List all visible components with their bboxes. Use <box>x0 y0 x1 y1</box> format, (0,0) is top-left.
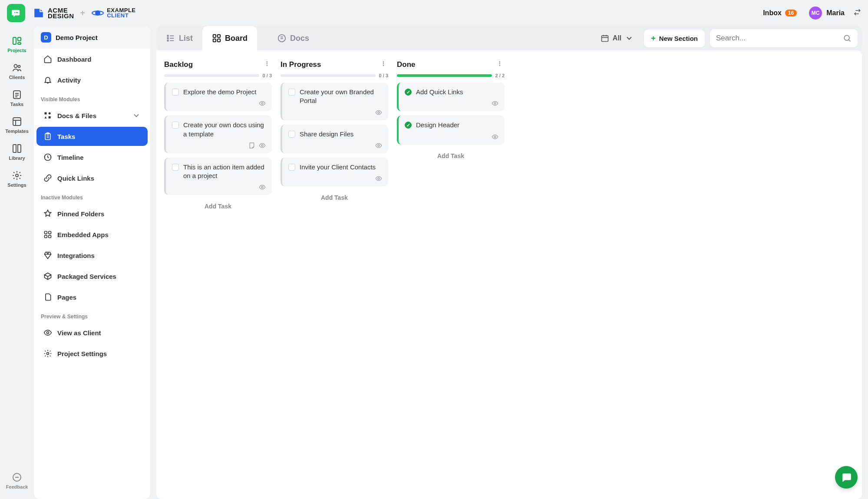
progress-text: 0 / 3 <box>379 73 388 78</box>
svg-rect-19 <box>45 231 47 234</box>
task-checkbox[interactable] <box>172 164 179 171</box>
sidebar-activity-label: Activity <box>57 76 81 84</box>
task-card[interactable]: Add Quick Links <box>397 83 505 111</box>
planet-icon <box>91 8 104 18</box>
task-title: This is an action item added on a projec… <box>183 163 266 181</box>
docs-icon <box>277 33 287 43</box>
sidebar-docs-files[interactable]: Docs & Files <box>36 106 148 125</box>
task-card[interactable]: Design Header <box>397 116 505 144</box>
add-task-button[interactable]: Add Task <box>397 149 505 163</box>
svg-rect-1 <box>16 12 18 13</box>
task-checkbox[interactable] <box>405 122 412 129</box>
brand-acme[interactable]: ACMEDESIGN <box>33 7 74 19</box>
svg-rect-4 <box>13 37 16 44</box>
search-box[interactable] <box>710 29 858 47</box>
sidebar-quick-links[interactable]: Quick Links <box>36 169 148 188</box>
sidebar-pinned-folders[interactable]: Pinned Folders <box>36 204 148 223</box>
column-menu[interactable] <box>379 59 388 70</box>
add-task-button[interactable]: Add Task <box>281 191 388 205</box>
svg-rect-13 <box>45 112 47 115</box>
task-checkbox[interactable] <box>288 131 295 138</box>
library-icon <box>12 143 22 154</box>
svg-point-26 <box>167 38 168 39</box>
sidebar-project-settings[interactable]: Project Settings <box>36 344 148 363</box>
task-title: Create your own Branded Portal <box>300 88 382 106</box>
inbox-label: Inbox <box>763 9 782 17</box>
column-menu[interactable] <box>262 59 272 70</box>
dots-vertical-icon <box>497 61 503 67</box>
task-title: Share design Files <box>300 130 353 139</box>
speech-bubble-icon <box>11 8 21 18</box>
task-card[interactable]: Share design Files <box>281 125 388 153</box>
feedback-icon <box>12 472 22 482</box>
svg-point-11 <box>16 174 18 177</box>
sidebar-integrations[interactable]: Integrations <box>36 246 148 265</box>
rail-library[interactable]: Library <box>4 142 30 162</box>
clipboard-icon <box>43 132 52 141</box>
sidebar-view-as-client[interactable]: View as Client <box>36 323 148 342</box>
sidebar-embedded-apps[interactable]: Embedded Apps <box>36 225 148 244</box>
svg-point-46 <box>378 178 380 179</box>
bell-icon <box>43 76 52 84</box>
tab-list[interactable]: List <box>156 26 202 50</box>
svg-point-36 <box>267 63 267 64</box>
inbox-button[interactable]: Inbox 16 <box>763 9 797 17</box>
sidebar-packaged-services[interactable]: Packaged Services <box>36 267 148 286</box>
filter-all[interactable]: All <box>595 34 639 43</box>
sidebar-timeline-label: Timeline <box>57 154 84 161</box>
sidebar-project-settings-label: Project Settings <box>57 350 107 357</box>
app-logo[interactable] <box>7 4 25 22</box>
task-card[interactable]: Create your own Branded Portal <box>281 83 388 120</box>
sidebar-dashboard[interactable]: Dashboard <box>36 50 148 69</box>
sidebar-docs-files-label: Docs & Files <box>57 112 96 119</box>
task-checkbox[interactable] <box>288 89 295 96</box>
search-input[interactable] <box>716 34 843 43</box>
task-checkbox[interactable] <box>172 122 179 129</box>
swap-icon[interactable] <box>853 8 861 18</box>
rail-settings[interactable]: Settings <box>4 169 30 189</box>
rail-clients[interactable]: Clients <box>4 61 30 82</box>
project-header[interactable]: D Demo Project <box>34 26 150 49</box>
task-card[interactable]: Create your own docs using a template <box>164 116 272 153</box>
task-title: Create your own docs using a template <box>183 121 266 139</box>
column-title: Done <box>397 60 416 69</box>
add-task-button[interactable]: Add Task <box>164 199 272 213</box>
progress-text: 2 / 2 <box>495 73 505 78</box>
progress-text: 0 / 3 <box>263 73 272 78</box>
rail-projects[interactable]: Projects <box>4 34 30 55</box>
tab-board[interactable]: Board <box>202 26 257 50</box>
board-icon <box>212 33 221 43</box>
task-checkbox[interactable] <box>405 89 412 96</box>
svg-point-25 <box>167 35 168 36</box>
progress-bar <box>164 74 259 77</box>
sidebar-tasks[interactable]: Tasks <box>36 127 148 146</box>
sidebar-activity[interactable]: Activity <box>36 70 148 89</box>
board: Backlog 0 / 3 Explore the demo Project C… <box>156 50 862 499</box>
new-section-button[interactable]: + New Section <box>644 30 705 47</box>
sidebar-timeline[interactable]: Timeline <box>36 148 148 167</box>
rail-templates[interactable]: Templates <box>4 115 30 135</box>
tab-docs[interactable]: Docs <box>267 26 319 50</box>
rail-feedback[interactable]: Feedback <box>4 470 30 491</box>
task-card[interactable]: This is an action item added on a projec… <box>164 158 272 195</box>
user-name: Maria <box>826 9 845 17</box>
brand-plus-icon: + <box>80 8 86 18</box>
home-icon <box>43 55 52 63</box>
task-checkbox[interactable] <box>288 164 295 171</box>
svg-rect-21 <box>45 235 47 238</box>
task-checkbox[interactable] <box>172 89 179 96</box>
chat-fab[interactable] <box>835 466 858 489</box>
user-menu[interactable]: MC Maria <box>809 7 845 20</box>
column-menu[interactable] <box>495 59 505 70</box>
task-card[interactable]: Invite your Client Contacts <box>281 158 388 186</box>
svg-rect-5 <box>18 37 21 41</box>
sidebar-pages[interactable]: Pages <box>36 288 148 307</box>
svg-point-41 <box>383 62 384 63</box>
brand-client[interactable]: EXAMPLECLIENT <box>91 8 135 19</box>
sidebar-header-visible: Visible Modules <box>34 90 150 105</box>
svg-point-38 <box>261 102 263 104</box>
task-card[interactable]: Explore the demo Project <box>164 83 272 111</box>
brand-client-line2: CLIENT <box>107 13 135 18</box>
chat-icon <box>841 472 852 483</box>
rail-tasks[interactable]: Tasks <box>4 88 30 109</box>
